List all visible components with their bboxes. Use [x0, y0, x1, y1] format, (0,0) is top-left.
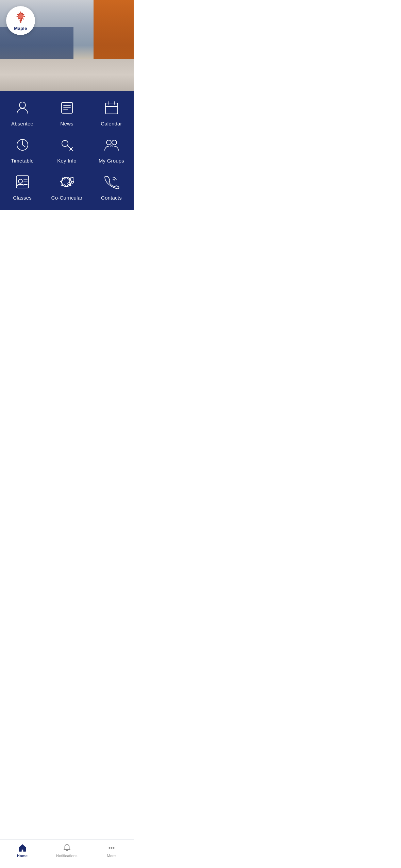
svg-point-16	[112, 140, 117, 145]
menu-item-absentee[interactable]: Absentee	[4, 99, 41, 126]
logo-label: Maple	[14, 26, 27, 31]
timetable-icon	[14, 136, 31, 154]
my-groups-icon	[103, 136, 120, 154]
calendar-icon	[103, 99, 120, 117]
menu-item-calendar[interactable]: Calendar	[93, 99, 130, 126]
maple-leaf-icon	[13, 10, 28, 25]
menu-item-news[interactable]: News	[48, 99, 86, 126]
svg-rect-6	[105, 103, 118, 114]
hero-section: Maple	[0, 0, 134, 91]
menu-row-3: Classes Co-Curricular	[0, 173, 134, 201]
contacts-label: Contacts	[101, 195, 122, 201]
menu-row-2: Timetable Key Info	[0, 136, 134, 164]
menu-item-contacts[interactable]: Contacts	[93, 173, 130, 201]
classes-icon	[14, 173, 31, 191]
co-curricular-icon	[58, 173, 76, 191]
classes-label: Classes	[13, 195, 32, 201]
absentee-icon	[14, 99, 31, 117]
menu-item-timetable[interactable]: Timetable	[4, 136, 41, 164]
calendar-label: Calendar	[101, 121, 122, 126]
hero-ground	[0, 59, 134, 91]
svg-rect-0	[20, 20, 21, 23]
svg-point-15	[106, 140, 111, 145]
absentee-label: Absentee	[11, 121, 33, 126]
my-groups-label: My Groups	[99, 158, 124, 164]
svg-point-1	[19, 102, 26, 108]
menu-row-1: Absentee News	[0, 99, 134, 126]
app-logo[interactable]: Maple	[6, 6, 35, 35]
svg-rect-19	[18, 185, 23, 186]
contacts-icon	[103, 173, 120, 191]
news-icon	[58, 99, 76, 117]
svg-point-18	[18, 179, 22, 183]
news-label: News	[60, 121, 73, 126]
menu-item-my-groups[interactable]: My Groups	[93, 136, 130, 164]
menu-item-key-info[interactable]: Key Info	[48, 136, 86, 164]
timetable-label: Timetable	[11, 158, 34, 164]
key-info-label: Key Info	[57, 158, 77, 164]
menu-item-classes[interactable]: Classes	[4, 173, 41, 201]
menu-item-co-curricular[interactable]: Co-Curricular	[48, 173, 86, 201]
co-curricular-label: Co-Curricular	[51, 195, 83, 201]
menu-grid: Absentee News	[0, 91, 134, 210]
key-icon	[58, 136, 76, 154]
svg-line-14	[70, 149, 71, 150]
